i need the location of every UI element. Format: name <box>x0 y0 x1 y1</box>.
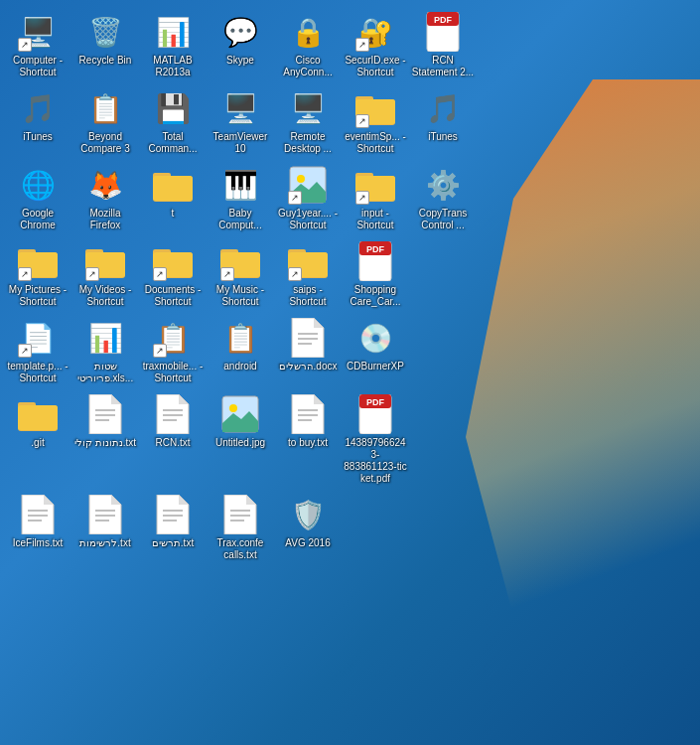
icon-item-נתונות[interactable]: נתונות קולי.txt <box>71 390 139 453</box>
icon-item-traxmobile[interactable]: 📋traxmobile... - Shortcut <box>139 314 207 388</box>
icon-item-documents[interactable]: Documents - Shortcut <box>139 237 207 312</box>
t-label: t <box>172 208 175 220</box>
icon-item-myvideos[interactable]: My Videos - Shortcut <box>71 237 139 312</box>
icon-row-4: 📄template.p... - Shortcut📊שטות פריוריטי.… <box>4 314 696 388</box>
tobuy-icon <box>288 394 328 434</box>
mypictures-icon <box>18 241 58 281</box>
rcntxt-label: RCN.txt <box>156 437 191 449</box>
icon-item-cisco[interactable]: 🔒Cisco AnyConn... <box>274 8 342 82</box>
icon-item-eventimsp[interactable]: eventimSp... - Shortcut <box>342 84 409 159</box>
icon-item-rcn[interactable]: PDFRCN Statement 2... <box>409 8 477 82</box>
icon-item-traxconf[interactable]: Trax.confe calls.txt <box>207 491 274 565</box>
babycomput-icon: 🎹 <box>220 165 260 205</box>
shortcut-arrow-icon <box>355 191 369 205</box>
icon-item-tobuy[interactable]: to buy.txt <box>274 390 342 453</box>
shortcut-arrow-icon <box>288 267 302 281</box>
template-label: template.p... - Shortcut <box>6 361 70 384</box>
icon-item-itunes2[interactable]: 🎵iTunes <box>409 84 477 147</box>
firefox-icon: 🦊 <box>85 165 125 205</box>
icon-item-copytrans[interactable]: ⚙️CopyTrans Control ... <box>409 161 477 235</box>
icon-item-shopping[interactable]: PDFShopping Care_Car... <box>342 237 409 312</box>
svg-text:PDF: PDF <box>434 15 453 25</box>
traxconf-icon <box>220 495 260 534</box>
computer-icon: 🖥️ <box>18 12 58 52</box>
icon-item-untitled[interactable]: Untitled.jpg <box>207 390 274 453</box>
securid-icon: 🔐 <box>355 12 395 52</box>
svg-rect-39 <box>18 405 58 430</box>
לרשימות-icon <box>85 495 125 534</box>
icon-item-skype[interactable]: 💬Skype <box>207 8 274 71</box>
icon-item-git[interactable]: .git <box>4 390 71 453</box>
icon-item-android[interactable]: 📋android <box>207 314 274 376</box>
icon-item-beyondcompare[interactable]: 📋Beyond Compare 3 <box>71 84 139 159</box>
icon-item-bigpdf[interactable]: PDF143897966243- 883861123-tic ket.pdf <box>342 390 409 489</box>
icon-item-guy1year[interactable]: Guy1year.... - Shortcut <box>274 161 342 235</box>
תרשים-label: תרשים.txt <box>152 537 194 549</box>
icon-item-cdburner[interactable]: 💿CDBurnerXP <box>342 314 409 376</box>
shortcut-arrow-icon <box>85 267 99 281</box>
traxmobile-label: traxmobile... - Shortcut <box>141 361 205 384</box>
icon-item-icefilms[interactable]: IceFilms.txt <box>4 491 71 553</box>
svg-marker-76 <box>246 495 256 505</box>
icon-item-teamviewer[interactable]: 🖥️TeamViewer 10 <box>207 84 274 159</box>
icon-item-mymusic[interactable]: My Music - Shortcut <box>207 237 274 312</box>
icon-item-inputshortcut[interactable]: input - Shortcut <box>342 161 409 235</box>
icon-item-mypictures[interactable]: My Pictures - Shortcut <box>4 237 71 312</box>
desktop: 🖥️Computer - Shortcut🗑️Recycle Bin📊MATLA… <box>0 0 700 575</box>
documents-icon <box>153 241 193 281</box>
traxmobile-icon: 📋 <box>153 318 193 358</box>
הרשלים-icon <box>288 318 328 358</box>
mymusic-label: My Music - Shortcut <box>209 284 272 308</box>
inputshortcut-label: input - Shortcut <box>344 208 407 231</box>
icon-item-babycomput[interactable]: 🎹Baby Comput... <box>207 161 274 235</box>
mymusic-icon <box>220 241 260 281</box>
untitled-icon <box>220 394 260 434</box>
teamviewer-icon: 🖥️ <box>220 88 260 128</box>
icon-item-totalcommand[interactable]: 💾Total Comman... <box>139 84 207 159</box>
svg-marker-41 <box>111 394 121 404</box>
android-icon: 📋 <box>220 318 260 358</box>
tobuy-label: to buy.txt <box>288 437 328 449</box>
icon-item-t[interactable]: t <box>139 161 207 224</box>
icon-item-computer[interactable]: 🖥️Computer - Shortcut <box>4 8 71 82</box>
icon-item-rcntxt[interactable]: RCN.txt <box>139 390 207 453</box>
shortcut-arrow-icon <box>355 114 369 128</box>
svg-text:PDF: PDF <box>366 244 385 254</box>
נתונות-label: נתונות קולי.txt <box>74 437 136 449</box>
icon-item-saips[interactable]: saips - Shortcut <box>274 237 342 312</box>
svg-point-10 <box>297 175 305 183</box>
icon-item-remotedesktop[interactable]: 🖥️Remote Desktop ... <box>274 84 342 159</box>
icon-item-שטות[interactable]: 📊שטות פריוריטי.xls... <box>71 314 139 388</box>
myvideos-icon <box>85 241 125 281</box>
הרשלים-label: הרשלים.docx <box>279 361 338 372</box>
שטות-icon: 📊 <box>85 318 125 358</box>
icon-item-securid[interactable]: 🔐SecurID.exe - Shortcut <box>342 8 409 82</box>
icon-item-matlab[interactable]: 📊MATLAB R2013a <box>139 8 207 82</box>
icon-item-תרשים[interactable]: תרשים.txt <box>139 491 207 553</box>
icon-row-3: My Pictures - ShortcutMy Videos - Shortc… <box>4 237 696 312</box>
avg2016-label: AVG 2016 <box>285 537 330 549</box>
totalcommand-label: Total Comman... <box>141 131 205 155</box>
svg-marker-61 <box>44 495 54 505</box>
תרשים-icon <box>153 495 193 534</box>
icon-item-itunes1[interactable]: 🎵iTunes <box>4 84 71 147</box>
icon-item-לרשימות[interactable]: לרשימות.txt <box>71 491 139 553</box>
icon-item-googlechrome[interactable]: 🌐Google Chrome <box>4 161 71 235</box>
recycle-icon: 🗑️ <box>85 12 125 52</box>
שטות-label: שטות פריוריטי.xls... <box>73 361 137 384</box>
template-icon: 📄 <box>18 318 58 358</box>
shortcut-arrow-icon <box>18 267 32 281</box>
icon-item-הרשלים[interactable]: הרשלים.docx <box>274 314 342 376</box>
eventimsp-icon <box>355 88 395 128</box>
icon-item-recycle[interactable]: 🗑️Recycle Bin <box>71 8 139 71</box>
icefilms-icon <box>18 495 58 534</box>
icon-item-template[interactable]: 📄template.p... - Shortcut <box>4 314 71 388</box>
cdburner-label: CDBurnerXP <box>347 361 404 372</box>
icon-item-avg2016[interactable]: 🛡️AVG 2016 <box>274 491 342 553</box>
guy1year-icon <box>288 165 328 205</box>
svg-text:PDF: PDF <box>366 397 385 407</box>
myvideos-label: My Videos - Shortcut <box>73 284 137 308</box>
icon-item-firefox[interactable]: 🦊Mozilla Firefox <box>71 161 139 235</box>
shortcut-arrow-icon <box>153 344 167 358</box>
itunes1-label: iTunes <box>23 131 53 143</box>
